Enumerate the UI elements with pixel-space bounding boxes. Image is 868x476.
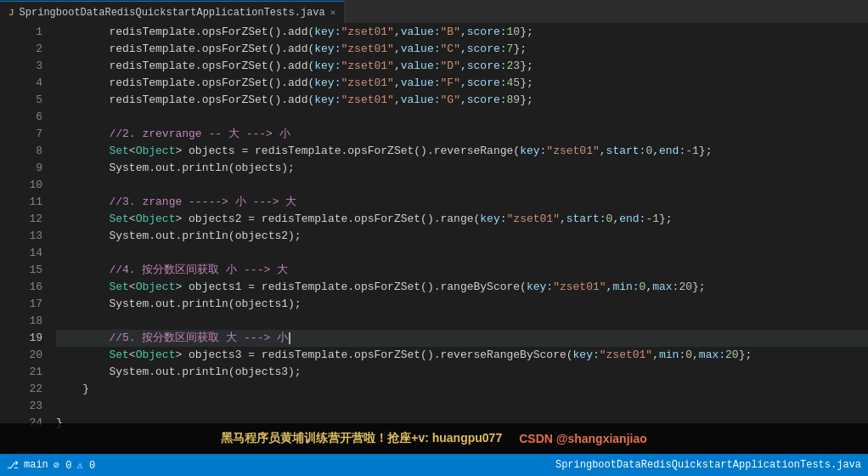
code-content[interactable]: redisTemplate.opsForZSet().add( key: "zs… [49, 24, 868, 454]
string-token: "G" [441, 92, 460, 109]
plain-token: , [692, 347, 699, 364]
code-line: System.out.println(objects2); [56, 228, 868, 245]
plain-token: , [460, 75, 467, 92]
active-tab[interactable]: J SpringbootDataRedisQuickstartApplicati… [0, 1, 345, 23]
file-name-status: SpringbootDataRedisQuickstartApplication… [555, 459, 861, 471]
indent-token [56, 92, 109, 109]
plain-token: }; [513, 41, 527, 58]
number-token: 10 [507, 24, 521, 41]
param-token: score: [467, 24, 507, 41]
param-token: value: [401, 58, 441, 75]
type-token: Object [136, 279, 176, 296]
param-token: start: [566, 211, 606, 228]
gutter-line [0, 109, 15, 126]
param-token: max: [652, 279, 679, 296]
plain-token: , [460, 24, 467, 41]
code-line: System.out.println(objects1); [56, 296, 868, 313]
plain-token: }; [520, 75, 533, 92]
branch-name[interactable]: main [24, 459, 48, 471]
code-line: redisTemplate.opsForZSet().add( key: "zs… [56, 75, 868, 92]
line-numbers: 123456789101112131415161718192021222324 [15, 24, 49, 454]
string-token: "D" [441, 58, 460, 75]
line-number: 13 [15, 228, 42, 245]
close-tab-button[interactable]: ✕ [330, 7, 336, 18]
code-line: Set<Object> objects3 = redisTemplate.ops… [56, 347, 868, 364]
gutter-line [0, 211, 15, 228]
param-token: value: [401, 75, 441, 92]
gutter-line [0, 381, 15, 398]
plain-token: redisTemplate.opsForZSet().add( [109, 58, 314, 75]
plain-token: > objects3 = redisTemplate.opsForZSet().… [175, 347, 572, 364]
line-number: 7 [15, 126, 42, 143]
line-number: 18 [15, 313, 42, 330]
param-token: score: [467, 58, 507, 75]
plain-token: System.out.println(objects2); [109, 228, 301, 245]
status-bar-left: ⎇ main ⊘ 0 ⚠ 0 [7, 459, 95, 472]
param-token: key: [527, 279, 553, 296]
plain-token: < [129, 279, 136, 296]
code-line: Set<Object> objects2 = redisTemplate.ops… [56, 211, 868, 228]
line-number: 11 [15, 194, 42, 211]
plain-token: > objects1 = redisTemplate.opsForZSet().… [175, 279, 526, 296]
param-token: key: [573, 347, 600, 364]
indent-token [56, 194, 109, 211]
number-token: 7 [507, 41, 514, 58]
plain-token: , [394, 75, 401, 92]
gutter-line [0, 330, 15, 347]
plain-token: < [129, 347, 136, 364]
comment-token: //3. zrange -----> 小 ---> 大 [109, 194, 296, 211]
line-number: 12 [15, 211, 42, 228]
type-token: Object [136, 211, 176, 228]
gutter-line [0, 228, 15, 245]
indent-token [56, 126, 109, 143]
line-number: 17 [15, 296, 42, 313]
param-token: value: [401, 92, 441, 109]
plain-token: System.out.println(objects3); [109, 364, 301, 381]
gutter-line [0, 75, 15, 92]
number-token: 45 [507, 75, 521, 92]
gutter-line [0, 262, 15, 279]
plain-token: } [82, 381, 89, 398]
comment-token: //2. zrevrange -- 大 ---> 小 [109, 126, 290, 143]
plain-token: redisTemplate.opsForZSet().add( [109, 41, 314, 58]
plain-token: System.out.println(objects); [109, 160, 294, 177]
number-token: 0 [640, 279, 646, 296]
type-token: Object [136, 347, 176, 364]
string-token: "C" [441, 41, 460, 58]
plain-token: , [394, 58, 401, 75]
line-number: 10 [15, 177, 42, 194]
number-token: 23 [507, 58, 521, 75]
plain-token: , [612, 211, 619, 228]
line-number: 19 [15, 330, 42, 347]
gutter-line [0, 245, 15, 262]
indent-token [56, 262, 109, 279]
code-line [56, 109, 868, 126]
param-token: value: [401, 41, 441, 58]
plain-token: > objects2 = redisTemplate.opsForZSet().… [175, 211, 480, 228]
string-token: "zset01" [341, 58, 393, 75]
number-token: 89 [507, 92, 521, 109]
line-number: 16 [15, 279, 42, 296]
string-token: "zset01" [553, 279, 606, 296]
plain-token: System.out.println(objects1); [109, 296, 301, 313]
code-line: redisTemplate.opsForZSet().add( key: "zs… [56, 24, 868, 41]
indent-token [56, 381, 82, 398]
line-number: 1 [15, 24, 42, 41]
string-token: "zset01" [341, 75, 393, 92]
gutter [0, 24, 15, 454]
string-token: "zset01" [546, 143, 599, 160]
string-token: "zset01" [341, 92, 393, 109]
param-token: min: [659, 347, 685, 364]
indent-token [56, 228, 109, 245]
line-number: 21 [15, 364, 42, 381]
indent-token [56, 296, 109, 313]
string-token: "zset01" [341, 24, 393, 41]
code-line: } [56, 381, 868, 398]
java-icon: J [8, 8, 14, 18]
plain-token: > objects = redisTemplate.opsForZSet().r… [175, 143, 520, 160]
line-number: 5 [15, 92, 42, 109]
plain-token: , [394, 41, 401, 58]
string-token: "B" [441, 24, 460, 41]
code-line: System.out.println(objects3); [56, 364, 868, 381]
plain-token: }; [520, 92, 533, 109]
